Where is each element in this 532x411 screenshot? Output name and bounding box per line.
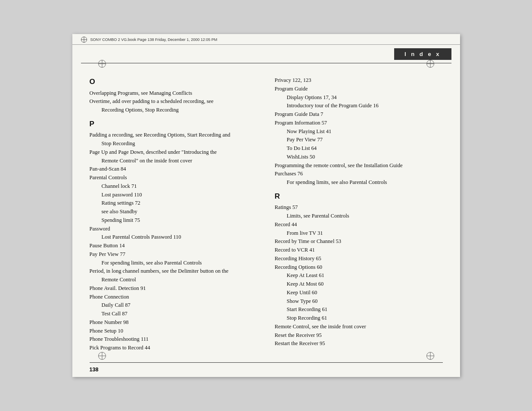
index-tab: I n d e x (394, 48, 451, 60)
entry-phone-setup: Phone Setup 10 (90, 327, 258, 335)
entry-to-do-list: To Do List 64 (275, 144, 443, 153)
entry-period-2: Remote Control (90, 276, 258, 284)
entry-ratings: Ratings 57 (275, 203, 443, 212)
entry-program-info: Program Information 57 (275, 119, 443, 127)
page-footer: 138 (72, 362, 460, 377)
entry-phone-connection: Phone Connection (90, 293, 258, 301)
crosshair-icon (81, 37, 87, 43)
entry-pause-button: Pause Button 14 (90, 242, 258, 250)
entry-rating-settings: Rating settings 72 (90, 199, 258, 207)
corner-mark-tl (98, 60, 106, 68)
entry-from-live-tv: From live TV 31 (275, 229, 443, 237)
corner-mark-br (426, 352, 434, 360)
entry-channel-lock: Channel lock 71 (90, 182, 258, 190)
header-line (81, 63, 451, 63)
section-P-right: Privacy 122, 123 Program Guide Display O… (275, 76, 443, 187)
section-R-letter: R (275, 191, 443, 202)
entry-record: Record 44 (275, 221, 443, 229)
corner-mark-tr (426, 60, 434, 68)
entry-pan: Pan-and-Scan 84 (90, 165, 258, 173)
entry-pg-data: Program Guide Data 7 (275, 110, 443, 118)
page: SONY COMBO 2 VG.book Page 138 Friday, De… (72, 34, 460, 377)
entry-display-options: Display Options 17, 34 (275, 93, 443, 102)
entry-padding-1: Padding a recording, see Recording Optio… (90, 131, 258, 139)
entry-keep-at-least: Keep At Least 61 (275, 271, 443, 280)
section-P-letter: P (90, 118, 258, 130)
entry-programming-remote: Programming the remote control, see the … (275, 162, 443, 170)
entry-recording-history: Recording History 65 (275, 255, 443, 263)
entry-ppv-spending: For spending limits, see also Parental C… (90, 259, 258, 267)
section-O-letter: O (90, 76, 258, 87)
entry-stop-recording: Stop Recording 61 (275, 314, 443, 322)
entry-see-also-standby: see also Standby (90, 208, 258, 216)
main-content: O Overlapping Programs, see Managing Con… (72, 63, 460, 362)
entry-privacy: Privacy 122, 123 (275, 76, 443, 84)
section-R: R Ratings 57 Limits, see Parental Contro… (275, 191, 443, 348)
entry-overtime-1: Overtime, add over padding to a schedule… (90, 97, 258, 106)
entry-phone-avail: Phone Avail. Detection 91 (90, 284, 258, 293)
page-header: I n d e x (72, 45, 460, 63)
entry-phone-troubleshooting: Phone Troubleshooting 111 (90, 335, 258, 343)
entry-pick-programs: Pick Programs to Record 44 (90, 344, 258, 352)
entry-lost-parental-pw: Lost Parental Controls Password 110 (90, 233, 258, 241)
corner-mark-bl (98, 352, 106, 360)
entry-daily-call: Daily Call 87 (90, 301, 258, 309)
entry-lost-password: Lost password 110 (90, 191, 258, 199)
section-P: P Padding a recording, see Recording Opt… (90, 118, 258, 352)
entry-pay-per-view: Pay Per View 77 (90, 250, 258, 258)
entry-test-call: Test Call 87 (90, 310, 258, 318)
entry-ratings-limits: Limits, see Parental Controls (275, 212, 443, 220)
entry-keep-until: Keep Until 60 (275, 289, 443, 297)
entry-keep-at-most: Keep At Most 60 (275, 280, 443, 288)
entry-recording-options: Recording Options 60 (275, 263, 443, 271)
section-O: O Overlapping Programs, see Managing Con… (90, 76, 258, 114)
entry-parental: Parental Controls (90, 174, 258, 182)
entry-record-vcr: Record to VCR 41 (275, 246, 443, 254)
entry-record-by-time: Record by Time or Channel 53 (275, 237, 443, 246)
entry-purchases: Purchases 76 (275, 170, 443, 178)
top-metadata-bar: SONY COMBO 2 VG.book Page 138 Friday, De… (72, 34, 460, 45)
entry-pageupdown-2: Remote Control" on the inside front cove… (90, 157, 258, 165)
entry-overlapping: Overlapping Programs, see Managing Confl… (90, 89, 258, 97)
entry-pageupdown-1: Page Up and Page Down, described under "… (90, 148, 258, 156)
entry-program-guide: Program Guide (275, 85, 443, 93)
entry-overtime-2: Recording Options, Stop Recording (90, 106, 258, 114)
entry-show-type: Show Type 60 (275, 297, 443, 305)
entry-padding-2: Stop Recording (90, 140, 258, 148)
entry-period-1: Period, in long channel numbers, see the… (90, 267, 258, 275)
entry-password: Password (90, 225, 258, 233)
entry-start-recording: Start Recording 61 (275, 305, 443, 314)
entry-reset-receiver: Reset the Receiver 95 (275, 331, 443, 339)
footer-line (90, 362, 443, 363)
entry-wishlists: WishLists 50 (275, 153, 443, 161)
left-column: O Overlapping Programs, see Managing Con… (90, 72, 258, 354)
page-number: 138 (90, 367, 99, 373)
right-column: Privacy 122, 123 Program Guide Display O… (275, 72, 443, 354)
entry-remote-control: Remote Control, see the inside front cov… (275, 323, 443, 331)
entry-restart-receiver: Restart the Receiver 95 (275, 339, 443, 348)
entry-now-playing: Now Playing List 41 (275, 128, 443, 136)
entry-intro-tour: Introductory tour of the Program Guide 1… (275, 102, 443, 110)
entry-pay-per-view-r: Pay Per View 77 (275, 136, 443, 144)
entry-phone-number: Phone Number 98 (90, 318, 258, 327)
entry-purchases-spending: For spending limits, see also Parental C… (275, 178, 443, 187)
metadata-text: SONY COMBO 2 VG.book Page 138 Friday, De… (90, 37, 218, 42)
entry-spending-limit: Spending limit 75 (90, 216, 258, 224)
